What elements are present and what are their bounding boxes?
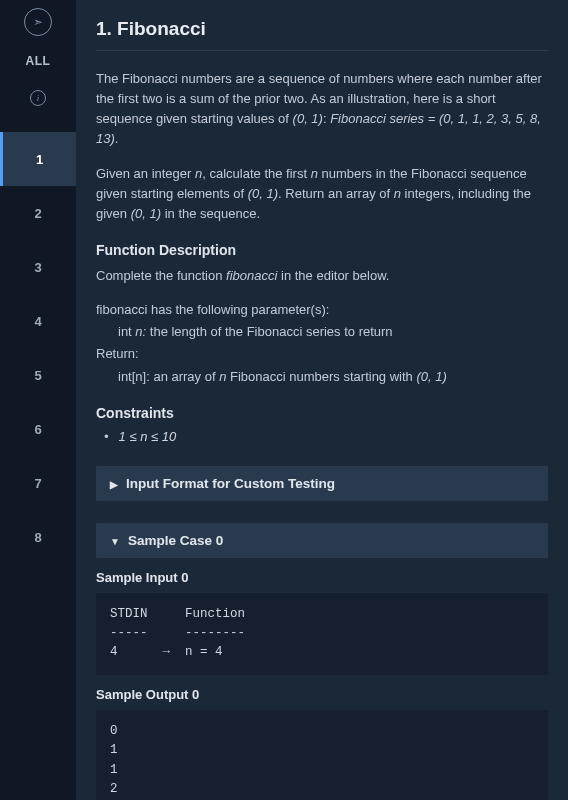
sample-case-content: Sample Input 0 STDIN Function ----- ----… [96,570,548,800]
chevron-down-icon: ▼ [110,536,120,547]
sample-output-code: 0 1 1 2 [96,710,548,800]
all-tab[interactable]: ALL [26,54,51,68]
problem-content: 1. Fibonacci The Fibonacci numbers are a… [76,0,568,800]
sidebar-item-6[interactable]: 6 [0,402,76,456]
sidebar-item-4[interactable]: 4 [0,294,76,348]
chevron-right-icon: ▶ [110,479,118,490]
sidebar-item-1[interactable]: 1 [0,132,76,186]
info-icon[interactable]: i [30,90,46,106]
sidebar-item-3[interactable]: 3 [0,240,76,294]
constraint-item: 1 ≤ n ≤ 10 [104,429,548,444]
task-paragraph: Given an integer n, calculate the first … [96,164,548,224]
input-format-toggle[interactable]: ▶Input Format for Custom Testing [96,466,548,501]
sidebar-item-7[interactable]: 7 [0,456,76,510]
sidebar-item-8[interactable]: 8 [0,510,76,564]
function-description-text: Complete the function fibonacci in the e… [96,266,548,286]
compass-icon[interactable]: ➣ [24,8,52,36]
parameters-block: fibonacci has the following parameter(s)… [96,300,548,387]
intro-paragraph: The Fibonacci numbers are a sequence of … [96,69,548,150]
constraints-heading: Constraints [96,405,548,421]
function-description-heading: Function Description [96,242,548,258]
sample-case-toggle[interactable]: ▼Sample Case 0 [96,523,548,558]
sample-output-label: Sample Output 0 [96,687,548,702]
sidebar-item-2[interactable]: 2 [0,186,76,240]
problem-title: 1. Fibonacci [96,18,548,40]
sample-input-code: STDIN Function ----- -------- 4 → n = 4 [96,593,548,675]
divider [96,50,548,51]
sidebar-item-5[interactable]: 5 [0,348,76,402]
constraints-list: 1 ≤ n ≤ 10 [96,429,548,444]
sidebar: ➣ ALL i 1 2 3 4 5 6 7 8 [0,0,76,800]
sample-input-label: Sample Input 0 [96,570,548,585]
